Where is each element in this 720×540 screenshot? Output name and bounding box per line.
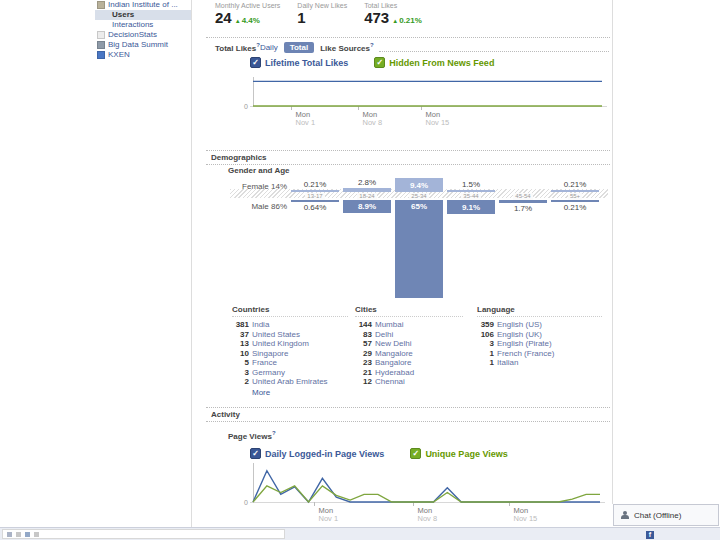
bar-value-label: 1.7% xyxy=(499,204,547,213)
list-link[interactable]: English (US) xyxy=(497,320,542,330)
help-icon[interactable]: ? xyxy=(272,430,276,436)
unique-page-views-checkbox[interactable]: ✓ xyxy=(410,448,421,459)
bar-value-label: 0.21% xyxy=(291,180,339,189)
y-tick-label: 0 xyxy=(244,103,248,110)
checkmark-icon: ✓ xyxy=(252,58,259,67)
daily-toggle[interactable]: Daily xyxy=(260,43,278,52)
lifetime-total-likes-checkbox[interactable]: ✓ xyxy=(250,57,261,68)
list-link[interactable]: Germany xyxy=(252,368,285,378)
male-bar xyxy=(499,200,547,203)
male-bar: 9.1% xyxy=(447,200,495,214)
metric-label: Monthly Active Users xyxy=(215,2,280,9)
person-icon xyxy=(621,511,629,519)
list-count: 13 xyxy=(232,339,249,349)
list-title: Language xyxy=(477,305,602,317)
bar-value-label: 0.64% xyxy=(291,203,339,212)
sidebar-page-label: Indian Institute of ... xyxy=(108,0,178,10)
sidebar-item-users[interactable]: Users xyxy=(95,10,191,20)
daily-logged-in-page-views-checkbox[interactable]: ✓ xyxy=(250,448,261,459)
list-count: 83 xyxy=(355,330,372,340)
male-bar: 8.9% xyxy=(343,200,391,213)
cities-list: Cities 144Mumbai83Delhi57New Delhi29Mang… xyxy=(355,305,463,387)
bar-value-label: 9.1% xyxy=(462,203,480,212)
male-total-label: Male 86% xyxy=(230,202,287,211)
list-link[interactable]: English (UK) xyxy=(497,330,542,340)
age-column: 1.5%35-449.1% xyxy=(447,177,495,298)
sidebar-item-label: KXEN xyxy=(108,50,130,60)
metric-value: 473 xyxy=(364,10,389,25)
gender-age-columns: 0.21%13-170.64%2.8%18-248.9%9.4%25-3465%… xyxy=(291,177,599,298)
language-list: Language 359English (US)106English (UK)3… xyxy=(477,305,602,368)
page-views-legend: ✓ Daily Logged-in Page Views ✓ Unique Pa… xyxy=(250,448,508,459)
list-link[interactable]: France xyxy=(252,358,277,368)
list-count: 144 xyxy=(355,320,372,330)
app-icon[interactable] xyxy=(7,532,12,537)
list-link[interactable]: Bangalore xyxy=(375,358,411,368)
list-item: 23Bangalore xyxy=(355,358,463,368)
list-count: 10 xyxy=(232,349,249,359)
list-count: 3 xyxy=(232,368,249,378)
section-title: Activity xyxy=(211,410,240,419)
sidebar-item-kxen[interactable]: KXEN xyxy=(95,50,191,60)
age-column: 2.8%18-248.9% xyxy=(343,177,391,298)
demographics-section-header: Demographics xyxy=(206,150,610,165)
sidebar-item-big-data-summit[interactable]: Big Data Summit xyxy=(95,40,191,50)
list-item: 1French (France) xyxy=(477,349,602,359)
list-count: 3 xyxy=(477,339,494,349)
metric-label: Daily New Likes xyxy=(297,2,347,9)
age-column: 0.21%13-170.64% xyxy=(291,177,339,298)
metric-value: 1 xyxy=(297,10,305,25)
legend-label: Unique Page Views xyxy=(425,449,507,459)
bar-value-label: 1.5% xyxy=(447,180,495,189)
list-count: 1 xyxy=(477,358,494,368)
like-sources-label[interactable]: Like Sources? xyxy=(320,42,373,53)
list-link[interactable]: Chennai xyxy=(375,377,405,387)
list-link[interactable]: Singapore xyxy=(252,349,288,359)
age-column: 9.4%25-3465% xyxy=(395,177,443,298)
list-link[interactable]: Hyderabad xyxy=(375,368,414,378)
hidden-from-news-feed-checkbox[interactable]: ✓ xyxy=(374,57,385,68)
app-icon[interactable] xyxy=(25,532,30,537)
list-link[interactable]: Italian xyxy=(497,358,518,368)
page-thumbnail-icon xyxy=(97,51,105,59)
list-link[interactable]: United States xyxy=(252,330,300,340)
metric-value: 24 xyxy=(215,10,232,25)
app-icon[interactable] xyxy=(34,532,39,537)
section-divider xyxy=(206,37,610,38)
list-link[interactable]: Mangalore xyxy=(375,349,413,359)
male-bar: 65% xyxy=(395,200,443,298)
up-arrow-icon: ▲ xyxy=(392,14,398,29)
list-count: 29 xyxy=(355,349,372,359)
sidebar-divider xyxy=(191,0,192,527)
help-icon: ? xyxy=(370,42,374,48)
chat-bar[interactable]: Chat (Offline) xyxy=(613,504,719,526)
list-link[interactable]: Delhi xyxy=(375,330,393,340)
list-link[interactable]: United Kingdom xyxy=(252,339,309,349)
sidebar-item-interactions[interactable]: Interactions xyxy=(95,20,191,30)
total-toggle[interactable]: Total xyxy=(284,42,315,53)
list-count: 381 xyxy=(232,320,249,330)
list-link[interactable]: United Arab Emirates xyxy=(252,377,328,387)
list-link[interactable]: French (France) xyxy=(497,349,554,359)
list-link[interactable]: India xyxy=(252,320,269,330)
list-item: 3Germany xyxy=(232,368,348,378)
more-link[interactable]: More xyxy=(252,388,348,397)
sidebar-item-decisionstats[interactable]: DecisionStats xyxy=(95,30,191,40)
metric-change: 4.4% xyxy=(242,13,260,28)
list-item: 1Italian xyxy=(477,358,602,368)
list-item: 359English (US) xyxy=(477,320,602,330)
list-item: 12Chennai xyxy=(355,377,463,387)
list-link[interactable]: New Delhi xyxy=(375,339,411,349)
list-title: Cities xyxy=(355,305,463,317)
male-bar xyxy=(291,200,339,202)
app-icon[interactable] xyxy=(16,532,21,537)
checkmark-icon: ✓ xyxy=(252,449,259,458)
bar-value-label: 0.21% xyxy=(551,180,599,189)
sidebar-page-link[interactable]: Indian Institute of ... xyxy=(95,0,191,10)
bottom-left-toolbar[interactable] xyxy=(2,529,285,539)
list-link[interactable]: English (Pirate) xyxy=(497,339,552,349)
age-column: 0.21%55+0.21% xyxy=(551,177,599,298)
list-link[interactable]: Mumbai xyxy=(375,320,403,330)
x-tick-date: Nov 8 xyxy=(363,118,383,127)
bar-value-label: 8.9% xyxy=(358,202,376,211)
